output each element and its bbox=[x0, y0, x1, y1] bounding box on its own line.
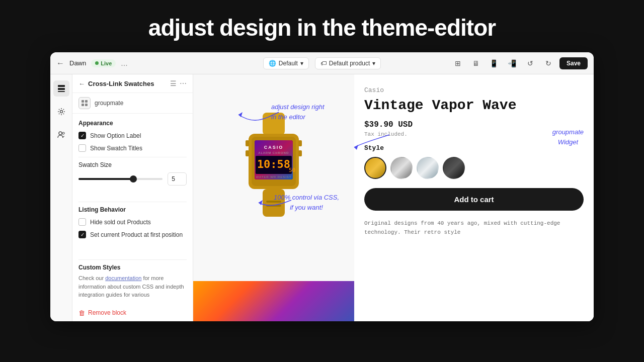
topbar: ← Dawn Live ... 🌐 Default ▾ 🏷 Default pr… bbox=[50, 52, 594, 74]
panel-header: ← Cross-Link Swatches ☰ ⋯ bbox=[72, 74, 193, 93]
divider-1 bbox=[78, 157, 187, 157]
appearance-title: Appearance bbox=[78, 120, 187, 127]
svg-rect-10 bbox=[263, 113, 285, 135]
set-current-row[interactable]: ✓ Set current Product at first position bbox=[78, 231, 187, 238]
show-swatch-titles-row[interactable]: Show Swatch Titles bbox=[78, 144, 187, 152]
topbar-center: 🌐 Default ▾ 🏷 Default product ▾ bbox=[263, 57, 381, 69]
check-mark-2: ✓ bbox=[80, 232, 85, 237]
desktop-icon[interactable]: 🖥 bbox=[469, 56, 483, 70]
settings-panel: ← Cross-Link Swatches ☰ ⋯ groupmate bbox=[72, 74, 193, 321]
swatch-row bbox=[364, 157, 584, 179]
topbar-more-icon[interactable]: ... bbox=[121, 59, 127, 68]
svg-rect-9 bbox=[85, 104, 88, 106]
show-option-label-row[interactable]: ✓ Show Option Label bbox=[78, 132, 187, 139]
preview-inner: CASIO ALARM CHRONO 10:58 50 WATER WR RES… bbox=[193, 74, 594, 321]
back-icon[interactable]: ← bbox=[56, 59, 64, 68]
show-option-label-checkbox[interactable]: ✓ bbox=[78, 132, 86, 139]
swatch-size-input[interactable] bbox=[168, 172, 187, 186]
swatch-gold[interactable] bbox=[364, 157, 386, 179]
default-label: Default bbox=[279, 60, 298, 67]
main-product-image: CASIO ALARM CHRONO 10:58 50 WATER WR RES… bbox=[193, 74, 354, 281]
chevron-down-icon: ▾ bbox=[300, 60, 303, 67]
topbar-left: ← Dawn Live ... bbox=[56, 59, 258, 68]
default-product-label: Default product bbox=[329, 60, 370, 67]
tablet-icon[interactable]: 📱 bbox=[487, 56, 501, 70]
product-tax: Tax included. bbox=[364, 131, 584, 137]
divider-3 bbox=[78, 259, 187, 260]
page-headline: adjust design in the theme-editor bbox=[148, 0, 496, 52]
live-dot bbox=[95, 61, 99, 65]
documentation-link[interactable]: documentation bbox=[105, 275, 141, 281]
panel-title: Cross-Link Swatches bbox=[88, 80, 167, 87]
editor-window: ← Dawn Live ... 🌐 Default ▾ 🏷 Default pr… bbox=[50, 52, 594, 321]
svg-rect-6 bbox=[82, 100, 84, 103]
show-option-label-text: Show Option Label bbox=[90, 132, 141, 139]
product-price: $39.90 USD bbox=[364, 120, 584, 129]
set-current-checkbox[interactable]: ✓ bbox=[78, 231, 86, 238]
check-mark: ✓ bbox=[80, 133, 85, 138]
preview-area: CASIO ALARM CHRONO 10:58 50 WATER WR RES… bbox=[193, 74, 594, 321]
product-description: Original designs from 40 years ago, mixe… bbox=[364, 219, 584, 237]
listing-section: Listing Behavior Hide sold out Products … bbox=[72, 192, 193, 249]
remove-block-row[interactable]: 🗑 Remove block bbox=[72, 305, 193, 321]
store-name: Dawn bbox=[69, 59, 86, 67]
hide-sold-out-checkbox[interactable] bbox=[78, 218, 86, 226]
swatch-silver[interactable] bbox=[390, 157, 413, 179]
app-name-label: groupmate bbox=[95, 100, 123, 107]
save-button[interactable]: Save bbox=[559, 57, 588, 69]
svg-point-4 bbox=[59, 132, 62, 135]
app-icon bbox=[78, 97, 91, 109]
show-swatch-titles-text: Show Swatch Titles bbox=[90, 145, 142, 152]
mobile-icon[interactable]: 📲 bbox=[505, 56, 519, 70]
svg-text:ALARM CHRONO: ALARM CHRONO bbox=[258, 151, 289, 154]
svg-rect-27 bbox=[266, 205, 281, 207]
svg-point-3 bbox=[60, 111, 62, 113]
svg-rect-21 bbox=[246, 140, 249, 146]
slider-thumb[interactable] bbox=[130, 175, 137, 183]
swatch-size-slider-row bbox=[78, 172, 187, 186]
add-to-cart-button[interactable]: Add to cart bbox=[364, 188, 584, 211]
tag-icon: 🏷 bbox=[320, 60, 327, 67]
panel-icon-row: ☰ ⋯ bbox=[170, 79, 187, 87]
nav-sections-icon[interactable] bbox=[53, 80, 69, 97]
live-badge: Live bbox=[91, 59, 116, 67]
hide-sold-out-label: Hide sold out Products bbox=[90, 219, 151, 226]
layout-icon[interactable]: ⊞ bbox=[451, 56, 465, 70]
svg-text:10:58: 10:58 bbox=[257, 158, 290, 170]
swatch-silver2[interactable] bbox=[417, 157, 439, 179]
swatch-black[interactable] bbox=[443, 157, 465, 179]
svg-rect-24 bbox=[298, 150, 302, 156]
svg-rect-1 bbox=[58, 88, 65, 90]
svg-rect-26 bbox=[266, 201, 281, 203]
svg-text:CASIO: CASIO bbox=[264, 145, 284, 150]
svg-rect-8 bbox=[82, 104, 84, 106]
panel-list-icon[interactable]: ☰ bbox=[170, 79, 177, 87]
product-image-area: CASIO ALARM CHRONO 10:58 50 WATER WR RES… bbox=[193, 74, 354, 321]
trash-icon: 🗑 bbox=[78, 309, 85, 317]
product-name: Vintage Vapor Wave bbox=[364, 97, 584, 114]
custom-styles-desc: Check our documentation for more informa… bbox=[78, 274, 187, 299]
nav-users-icon[interactable] bbox=[53, 127, 69, 143]
panel-more-icon[interactable]: ⋯ bbox=[180, 79, 187, 87]
sidebar-nav bbox=[50, 74, 72, 321]
undo-icon[interactable]: ↺ bbox=[523, 56, 537, 70]
svg-text:WATER WR RESIST: WATER WR RESIST bbox=[256, 175, 292, 178]
nav-settings-icon[interactable] bbox=[53, 104, 69, 120]
default-dropdown[interactable]: 🌐 Default ▾ bbox=[263, 57, 309, 69]
panel-app-row: groupmate bbox=[72, 93, 193, 114]
show-swatch-titles-checkbox[interactable] bbox=[78, 144, 86, 152]
remove-block-label[interactable]: Remove block bbox=[88, 309, 126, 316]
swatch-size-label: Swatch Size bbox=[78, 161, 187, 168]
panel-back-button[interactable]: ← bbox=[78, 80, 85, 87]
appearance-section: Appearance ✓ Show Option Label Show Swat… bbox=[72, 114, 193, 192]
topbar-right: ⊞ 🖥 📱 📲 ↺ ↻ Save bbox=[386, 56, 588, 70]
default-product-dropdown[interactable]: 🏷 Default product ▾ bbox=[315, 57, 381, 69]
redo-icon[interactable]: ↻ bbox=[541, 56, 555, 70]
main-content: ← Cross-Link Swatches ☰ ⋯ groupmate bbox=[50, 74, 594, 321]
swatch-size-track bbox=[78, 178, 163, 180]
globe-icon: 🌐 bbox=[269, 60, 276, 67]
svg-rect-22 bbox=[246, 150, 249, 156]
product-brand: Casio bbox=[364, 86, 584, 94]
listing-title: Listing Behavior bbox=[78, 206, 187, 213]
hide-sold-out-row[interactable]: Hide sold out Products bbox=[78, 218, 187, 226]
